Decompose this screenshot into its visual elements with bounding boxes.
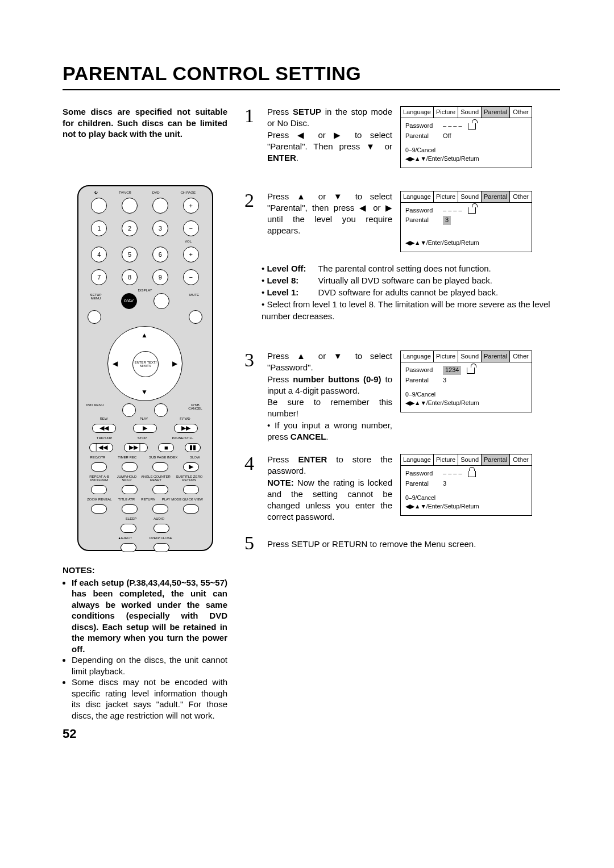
zoom-button	[91, 504, 107, 514]
hint-cancel: 0–9/Cancel	[405, 146, 527, 155]
ffwd-button: ▶▶	[174, 424, 198, 433]
eject-button	[121, 543, 136, 552]
pwd-value: – – – –	[443, 469, 462, 478]
lock-closed-icon	[468, 471, 476, 477]
lock-open-icon	[468, 207, 476, 214]
page-title: PARENTAL CONTROL SETTING	[63, 62, 560, 85]
skip-fwd-button: ▶▶│	[124, 443, 148, 452]
left-arrow-icon: ◀	[113, 360, 118, 368]
rec-label: REC/OTR	[90, 456, 105, 459]
num-9-button: 9	[152, 269, 168, 285]
return-button	[152, 504, 168, 514]
num-3-button: 3	[152, 220, 168, 236]
step-1-number: 1	[244, 106, 259, 126]
step-4-text: Press ENTER to store the password. NOTE:…	[267, 454, 392, 523]
up-arrow-icon: ▲	[141, 331, 148, 339]
num-2-button: 2	[122, 220, 138, 236]
ftb-button	[154, 403, 168, 417]
audio-label: AUDIO	[154, 517, 164, 520]
ftb-cancel-label: F/T/B CANCEL	[185, 403, 205, 417]
par-value: Off	[443, 132, 451, 140]
manual-page: PARENTAL CONTROL SETTING Some discs are …	[0, 0, 614, 868]
timer-label: TIMER REC	[118, 456, 136, 459]
display-button	[154, 293, 169, 309]
s4-l1a: Press	[267, 454, 298, 464]
tab-other: Other	[510, 454, 532, 465]
rew-button: ◀◀	[92, 424, 116, 433]
slow-label: SLOW	[190, 456, 200, 459]
par-value: 3	[443, 376, 446, 385]
sleep-label: SLEEP	[126, 517, 136, 520]
s3-b2: CANCEL	[291, 432, 326, 441]
audio-button	[154, 524, 169, 533]
step-1: 1 Press SETUP in the stop mode or No Dis…	[244, 106, 560, 168]
s5b: SETUP	[292, 539, 320, 549]
subpage-label: SUB PAGE INDEX	[149, 456, 177, 459]
repeat-label: REPEAT A-B PROGRAM	[84, 475, 115, 482]
angle-button	[152, 485, 168, 494]
step-4: 4 Press ENTER to store the password. NOT…	[244, 454, 560, 523]
tab-sound: Sound	[458, 454, 482, 465]
intro-text: Some discs are specified not suitable fo…	[63, 106, 227, 140]
note-1-text: If each setup (P.38,43,44,50~53, 55~57) …	[72, 578, 227, 654]
play-button: ▶	[133, 424, 157, 433]
level-8-text: Virtually all DVD software can be played…	[318, 276, 492, 285]
level-off-text: The parental control setting does not fu…	[318, 264, 491, 273]
hint-cancel: 0–9/Cancel	[405, 390, 527, 399]
slow-button: ▶	[183, 462, 199, 471]
remote-label-chpage: CH PAGE	[180, 191, 196, 194]
level-select-inner: Select from level 1 to level 8. The limi…	[262, 299, 550, 321]
left-column: Some discs are specified not suitable fo…	[63, 106, 227, 741]
setup-menu-label: SETUP MENU	[88, 293, 105, 309]
lock-open-icon	[468, 123, 476, 130]
jump-label: JUMP/HOLD SP/LP	[115, 475, 139, 482]
step-1-text: Press SETUP in the stop mode or No Disc.…	[267, 106, 392, 164]
zero-av-button: 0/AV	[121, 293, 137, 309]
tab-language: Language	[401, 351, 434, 362]
num-4-button: 4	[91, 247, 107, 262]
skip-back-button: │◀◀	[89, 443, 113, 452]
pause-button: ▮▮	[185, 443, 201, 452]
level-select-text: Select from level 1 to level 8. The limi…	[262, 298, 560, 322]
setup-menu-button	[88, 310, 101, 324]
right-column: 1 Press SETUP in the stop mode or No Dis…	[244, 106, 560, 563]
stop-label: STOP	[138, 436, 147, 440]
mute-label: MUTE	[186, 293, 203, 309]
num-7-button: 7	[91, 269, 107, 285]
tab-parental: Parental	[482, 351, 510, 362]
step-3-number: 3	[244, 350, 259, 370]
num-6-button: 6	[152, 247, 168, 262]
vol-up-button: +	[183, 247, 199, 262]
nav-pad: ▲ ▼ ◀ ▶ ENTER TEXT/ MIX/TV	[107, 326, 182, 401]
tab-sound: Sound	[458, 107, 482, 118]
hint-nav: ◀▶▲▼/Enter/Setup/Return	[405, 239, 527, 247]
tab-picture: Picture	[434, 107, 458, 118]
remote-label-tvvcr: TV/VCR	[119, 191, 131, 194]
tab-other: Other	[510, 351, 532, 362]
eject-label: ▲EJECT	[118, 536, 132, 540]
par-label: Parental	[405, 132, 439, 140]
pwd-value: 1234	[443, 366, 461, 374]
display-label: DISPLAY	[138, 289, 152, 292]
hint-nav: ◀▶▲▼/Enter/Setup/Return	[405, 399, 527, 407]
open-label: OPEN/ CLOSE	[149, 536, 172, 540]
pwd-value: – – – –	[443, 206, 462, 215]
step-2-number: 2	[244, 191, 259, 210]
s1-t3: Press ◀ or ▶ to select "Parental". Then …	[267, 130, 392, 151]
note-2: Depending on the discs, the unit cannot …	[72, 654, 227, 677]
hint-nav: ◀▶▲▼/Enter/Setup/Return	[405, 155, 527, 163]
columns: Some discs are specified not suitable fo…	[63, 106, 560, 741]
par-label: Parental	[405, 216, 439, 224]
tab-other: Other	[510, 107, 532, 118]
playmode-button	[183, 504, 199, 514]
s3-b3: .	[326, 432, 328, 441]
subtitle-button	[183, 485, 199, 494]
sleep-button	[121, 524, 136, 533]
notes-list: If each setup (P.38,43,44,50~53, 55~57) …	[63, 577, 227, 721]
par-value: 3	[443, 216, 451, 224]
pwd-value: – – – –	[443, 122, 462, 130]
pause-label: PAUSE/STILL	[172, 436, 194, 440]
ch-down-button: −	[183, 220, 199, 236]
play-label: PLAY	[139, 417, 148, 420]
tab-picture: Picture	[434, 454, 458, 465]
